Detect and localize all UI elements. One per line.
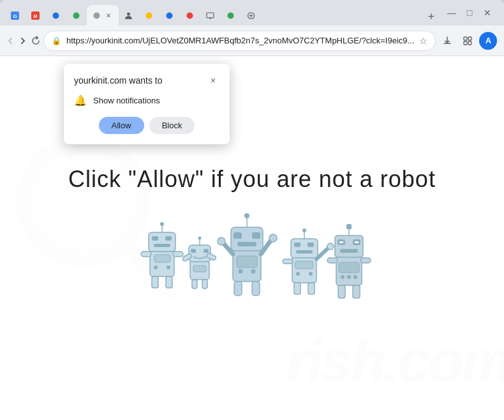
svg-rect-72 xyxy=(294,243,300,247)
tab-favicon-12 xyxy=(246,11,255,20)
tab-favicon-1: G xyxy=(10,11,19,20)
minimize-button[interactable]: — xyxy=(445,6,458,19)
svg-rect-42 xyxy=(189,245,211,262)
robots-illustration xyxy=(131,208,373,310)
svg-rect-45 xyxy=(191,249,196,253)
popup-close-button[interactable]: × xyxy=(207,74,219,87)
svg-text:M: M xyxy=(33,13,37,18)
window-controls: — □ ✕ xyxy=(440,0,499,26)
svg-rect-92 xyxy=(339,262,359,273)
tab-6[interactable] xyxy=(119,5,139,26)
maximize-button[interactable]: □ xyxy=(463,6,476,19)
forward-button[interactable] xyxy=(18,32,28,50)
bell-icon: 🔔 xyxy=(74,94,87,107)
address-bar: 🔒 https://yourkinit.com/UjELOVetZ0MR1AWF… xyxy=(0,26,504,56)
svg-point-60 xyxy=(239,269,243,274)
svg-point-5 xyxy=(73,12,79,19)
tab-10[interactable] xyxy=(200,5,221,26)
tab-favicon-5 xyxy=(92,11,101,20)
svg-rect-98 xyxy=(327,258,337,263)
url-text: https://yourkinit.com/UjELOVetZ0MR1AWFBq… xyxy=(66,36,414,45)
captcha-heading: Click "Allow" if you are not a robot xyxy=(68,166,436,193)
svg-rect-58 xyxy=(237,242,256,246)
svg-point-30 xyxy=(160,222,164,226)
profile-button[interactable]: A xyxy=(479,32,497,50)
tab-favicon-6 xyxy=(124,11,133,20)
popup-notification-row: 🔔 Show notifications xyxy=(74,94,219,107)
back-button[interactable] xyxy=(5,32,15,50)
svg-rect-20 xyxy=(464,41,467,45)
reload-button[interactable] xyxy=(31,32,41,50)
svg-point-44 xyxy=(198,237,202,240)
svg-rect-75 xyxy=(295,261,313,269)
svg-rect-34 xyxy=(154,255,170,262)
popup-actions: Allow Block xyxy=(74,117,219,134)
tab-1[interactable]: G xyxy=(5,5,26,26)
tab-5-active[interactable]: ✕ xyxy=(87,5,119,26)
svg-rect-63 xyxy=(252,281,260,296)
svg-line-80 xyxy=(316,248,329,259)
popup-header: yourkinit.com wants to × xyxy=(74,74,219,87)
svg-point-71 xyxy=(302,229,306,232)
svg-rect-91 xyxy=(340,249,358,253)
page-content: rish.com Click "Allow" if you are not a … xyxy=(0,56,504,420)
svg-point-35 xyxy=(154,266,158,269)
svg-rect-38 xyxy=(166,276,172,288)
svg-rect-40 xyxy=(173,251,183,257)
svg-rect-49 xyxy=(202,280,207,289)
svg-rect-53 xyxy=(231,227,263,251)
svg-rect-21 xyxy=(468,41,471,45)
svg-rect-99 xyxy=(360,258,371,263)
svg-point-61 xyxy=(251,269,256,274)
svg-rect-90 xyxy=(355,241,359,243)
menu-button[interactable] xyxy=(500,32,504,50)
notification-popup: yourkinit.com wants to × 🔔 Show notifica… xyxy=(64,64,230,144)
url-bar[interactable]: 🔒 https://yourkinit.com/UjELOVetZ0MR1AWF… xyxy=(43,31,436,51)
svg-rect-27 xyxy=(150,250,174,276)
tab-3[interactable] xyxy=(46,5,66,26)
svg-rect-11 xyxy=(207,13,214,18)
svg-rect-78 xyxy=(294,283,300,294)
tab-7[interactable] xyxy=(139,5,159,26)
tab-4[interactable] xyxy=(66,5,87,26)
svg-rect-89 xyxy=(339,241,343,243)
popup-notification-text: Show notifications xyxy=(93,96,160,105)
bookmark-icon[interactable]: ☆ xyxy=(419,36,427,46)
tab-9[interactable] xyxy=(180,5,200,26)
svg-point-94 xyxy=(347,275,351,279)
svg-point-66 xyxy=(218,237,225,245)
tab-11[interactable] xyxy=(221,5,241,26)
tab-12[interactable] xyxy=(241,5,262,26)
close-button[interactable]: ✕ xyxy=(481,6,494,19)
allow-button[interactable]: Allow xyxy=(99,117,144,134)
secure-icon: 🔒 xyxy=(52,36,61,45)
download-button[interactable] xyxy=(438,32,456,50)
svg-rect-31 xyxy=(152,236,158,241)
svg-rect-68 xyxy=(292,256,316,283)
svg-point-76 xyxy=(296,272,300,276)
svg-rect-73 xyxy=(308,243,314,247)
svg-point-8 xyxy=(145,12,152,19)
svg-rect-18 xyxy=(464,37,467,40)
tab-close-button[interactable]: ✕ xyxy=(103,10,114,20)
tab-favicon-9 xyxy=(185,11,194,20)
svg-rect-59 xyxy=(237,256,257,267)
tab-favicon-8 xyxy=(165,11,174,20)
svg-point-10 xyxy=(186,12,193,19)
tab-bar: G M xyxy=(0,0,504,26)
svg-point-4 xyxy=(52,12,59,19)
extensions-button[interactable] xyxy=(459,32,477,50)
toolbar-actions: A xyxy=(438,32,504,50)
svg-rect-79 xyxy=(308,283,315,294)
svg-rect-82 xyxy=(283,259,293,264)
svg-point-67 xyxy=(269,234,277,242)
svg-point-93 xyxy=(341,275,345,279)
svg-rect-33 xyxy=(154,244,170,247)
tab-2[interactable]: M xyxy=(26,5,46,26)
svg-point-77 xyxy=(309,272,313,276)
new-tab-button[interactable]: + xyxy=(422,8,440,26)
svg-rect-69 xyxy=(291,239,318,258)
tab-8[interactable] xyxy=(159,5,180,26)
block-button[interactable]: Block xyxy=(149,117,195,134)
svg-rect-97 xyxy=(353,285,360,298)
